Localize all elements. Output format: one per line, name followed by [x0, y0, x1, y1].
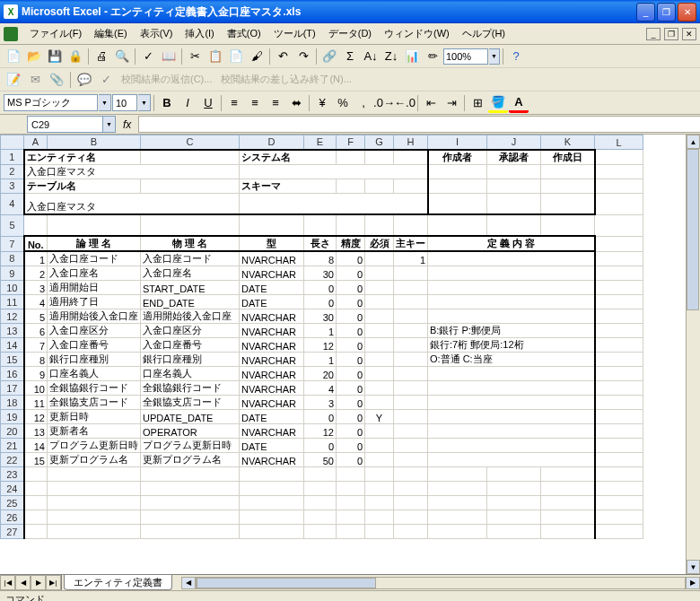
cell[interactable]: NVARCHAR	[240, 353, 304, 367]
cell[interactable]: 13	[24, 424, 48, 439]
cell[interactable]: 精度	[337, 236, 365, 251]
cell[interactable]	[48, 482, 141, 496]
cell[interactable]: 0	[337, 266, 365, 281]
cell[interactable]: 型	[240, 236, 304, 251]
col-header[interactable]: G	[365, 135, 394, 150]
cell[interactable]: スキーマ	[240, 179, 337, 193]
cell[interactable]	[428, 396, 595, 410]
scroll-down-button[interactable]: ▼	[687, 560, 700, 574]
cell[interactable]	[304, 214, 337, 236]
cell[interactable]	[365, 281, 394, 295]
cell[interactable]: Y	[365, 410, 394, 424]
cell[interactable]: 承認者	[487, 150, 541, 165]
formula-input[interactable]	[138, 116, 700, 133]
review-icon-5[interactable]: ✓	[96, 70, 116, 90]
cell[interactable]	[541, 193, 595, 214]
cell[interactable]	[365, 266, 394, 281]
cell[interactable]: 口座名義人	[141, 367, 240, 381]
cell[interactable]: 0	[304, 410, 337, 424]
cell[interactable]	[595, 236, 643, 251]
row-header[interactable]: 24	[1, 482, 24, 496]
cell[interactable]: 0	[337, 453, 365, 467]
mdi-close-button[interactable]: ✕	[682, 28, 696, 40]
cell[interactable]	[595, 324, 643, 338]
cell[interactable]: 6	[24, 324, 48, 338]
cell[interactable]: 0	[337, 396, 365, 410]
row-header[interactable]: 18	[1, 396, 24, 410]
cell[interactable]	[428, 453, 595, 467]
cell[interactable]	[365, 496, 394, 510]
cell[interactable]: 更新日時	[48, 410, 141, 424]
cell[interactable]	[394, 338, 428, 353]
cell[interactable]	[24, 510, 48, 525]
cell[interactable]: 2	[24, 266, 48, 281]
cell[interactable]	[337, 510, 365, 525]
scroll-left-button[interactable]: ◀	[181, 577, 196, 589]
cell[interactable]	[394, 295, 428, 309]
cell[interactable]: 0	[304, 295, 337, 309]
cell[interactable]: 4	[24, 295, 48, 309]
decrease-indent-icon[interactable]: ⇤	[421, 93, 441, 113]
row-header[interactable]: 23	[1, 467, 24, 482]
cell[interactable]: 主キー	[394, 236, 428, 251]
cell[interactable]	[141, 510, 240, 525]
row-header[interactable]: 25	[1, 496, 24, 510]
cell[interactable]	[428, 482, 487, 496]
cell[interactable]	[428, 496, 487, 510]
row-header[interactable]: 14	[1, 338, 24, 353]
row-header[interactable]: 19	[1, 410, 24, 424]
cell[interactable]	[394, 424, 428, 439]
cell[interactable]	[304, 510, 337, 525]
cell[interactable]: 14	[24, 439, 48, 453]
cell[interactable]: 作成者	[428, 150, 487, 165]
cell[interactable]: 12	[304, 424, 337, 439]
zoom-dropdown[interactable]: ▼	[489, 48, 500, 65]
cell[interactable]	[487, 193, 541, 214]
bold-icon[interactable]: B	[157, 93, 177, 113]
cell[interactable]	[304, 496, 337, 510]
cell[interactable]: 0	[337, 424, 365, 439]
spreadsheet-grid[interactable]: A B C D E F G H I J K L 1 エンティティ名 システム名 …	[0, 135, 643, 539]
format-painter-icon[interactable]: 🖌	[247, 47, 267, 66]
cell[interactable]	[365, 482, 394, 496]
cell[interactable]	[595, 353, 643, 367]
name-box-dropdown[interactable]: ▼	[103, 116, 116, 133]
spelling-icon[interactable]: ✓	[138, 47, 158, 66]
cell[interactable]	[394, 214, 428, 236]
row-header[interactable]: 10	[1, 281, 24, 295]
cell[interactable]	[487, 510, 541, 525]
cell[interactable]	[595, 410, 643, 424]
cell[interactable]: B:銀行 P:郵便局	[428, 324, 595, 338]
table-row[interactable]: 1811全銀協支店コード全銀協支店コードNVARCHAR30	[1, 396, 643, 410]
cell[interactable]: 銀行口座種別	[48, 353, 141, 367]
print-icon[interactable]: 🖨	[92, 47, 111, 66]
col-header[interactable]: K	[541, 135, 595, 150]
table-row[interactable]: 2013更新者名OPERATORNVARCHAR120	[1, 424, 643, 439]
cell[interactable]	[365, 381, 394, 396]
cell[interactable]: 50	[304, 453, 337, 467]
cell[interactable]: DATE	[240, 439, 304, 453]
chart-icon[interactable]: 📊	[402, 47, 422, 66]
cell[interactable]	[240, 164, 428, 179]
cell[interactable]: NVARCHAR	[240, 266, 304, 281]
cell[interactable]: 入金口座区分	[48, 324, 141, 338]
save-icon[interactable]: 💾	[45, 47, 65, 66]
cell[interactable]	[394, 396, 428, 410]
table-row[interactable]: 169口座名義人口座名義人NVARCHAR200	[1, 367, 643, 381]
cell[interactable]	[595, 193, 643, 214]
cell[interactable]: 0	[337, 381, 365, 396]
cell[interactable]: NVARCHAR	[240, 396, 304, 410]
cell[interactable]: 口座名義人	[48, 367, 141, 381]
cell[interactable]	[595, 439, 643, 453]
cell[interactable]	[394, 510, 428, 525]
row-header[interactable]: 22	[1, 453, 24, 467]
cell[interactable]: 15	[24, 453, 48, 467]
row-header[interactable]: 12	[1, 309, 24, 324]
row-header[interactable]: 2	[1, 164, 24, 179]
cell[interactable]: 適用開始後入金口座	[48, 309, 141, 324]
cell[interactable]: 30	[304, 309, 337, 324]
cell[interactable]	[541, 214, 595, 236]
cell[interactable]	[48, 496, 141, 510]
row-header[interactable]: 21	[1, 439, 24, 453]
review-icon-2[interactable]: ✉	[25, 70, 45, 90]
